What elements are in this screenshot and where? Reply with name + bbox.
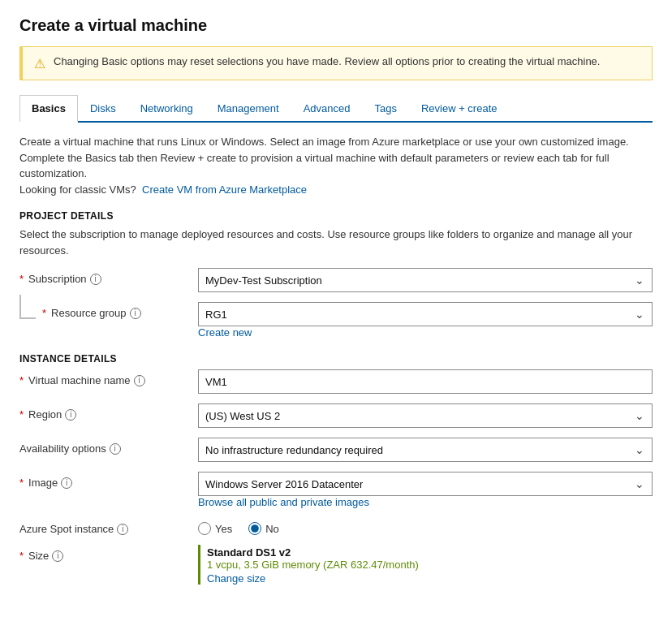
- azure-spot-no-text: No: [265, 523, 279, 535]
- availability-select[interactable]: No infrastructure redundancy required: [198, 438, 653, 462]
- region-select-wrapper: (US) West US 2: [198, 403, 653, 428]
- warning-text: Changing Basic options may reset selecti…: [54, 55, 600, 67]
- region-info-icon[interactable]: i: [65, 409, 76, 421]
- vm-name-field-area: [198, 369, 653, 394]
- azure-spot-yes-radio[interactable]: [198, 522, 211, 535]
- azure-spot-yes-text: Yes: [215, 523, 232, 535]
- size-label: * Size i: [19, 545, 198, 562]
- region-label-text: Region: [28, 408, 62, 421]
- size-name: Standard DS1 v2: [207, 546, 653, 559]
- rg-info-icon[interactable]: i: [130, 308, 141, 319]
- rg-field-area: RG1 Create new: [198, 302, 653, 339]
- size-detail: 1 vcpu, 3.5 GiB memory (ZAR 632.47/month…: [207, 559, 653, 571]
- instance-details-form: * Virtual machine name i * Region i (US)…: [19, 369, 653, 585]
- tab-tags[interactable]: Tags: [362, 95, 408, 123]
- description-line2: Complete the Basics tab then Review + cr…: [19, 152, 610, 180]
- subscription-label: * Subscription i: [19, 268, 198, 285]
- change-size-link[interactable]: Change size: [207, 572, 653, 585]
- rg-create-new-link[interactable]: Create new: [198, 326, 252, 339]
- size-info-icon[interactable]: i: [52, 550, 63, 562]
- tab-advanced[interactable]: Advanced: [291, 95, 363, 123]
- vm-name-label: * Virtual machine name i: [19, 369, 198, 386]
- tab-bar: Basics Disks Networking Management Advan…: [19, 93, 653, 123]
- tab-management[interactable]: Management: [205, 95, 291, 123]
- image-select[interactable]: Windows Server 2016 Datacenter: [198, 472, 653, 496]
- basics-description: Create a virtual machine that runs Linux…: [19, 134, 653, 197]
- image-required: *: [19, 477, 24, 489]
- region-required: *: [19, 408, 24, 421]
- rg-select[interactable]: RG1: [198, 302, 653, 326]
- image-field-area: Windows Server 2016 Datacenter Browse al…: [198, 472, 653, 508]
- image-info-icon[interactable]: i: [61, 477, 72, 489]
- vm-name-label-text: Virtual machine name: [28, 374, 131, 386]
- azure-spot-radio-group: Yes No: [198, 518, 653, 535]
- size-label-text: Size: [28, 550, 49, 562]
- availability-info-icon[interactable]: i: [110, 443, 121, 455]
- rg-required: *: [42, 307, 46, 319]
- subscription-select[interactable]: MyDev-Test Subscription: [198, 268, 653, 292]
- tab-basics[interactable]: Basics: [19, 95, 78, 123]
- image-label: * Image i: [19, 472, 198, 489]
- image-label-text: Image: [28, 477, 58, 489]
- resource-group-label-area: * Resource group i: [19, 302, 198, 319]
- azure-spot-no-radio[interactable]: [248, 522, 261, 535]
- tab-review-create[interactable]: Review + create: [409, 95, 510, 123]
- subscription-info-icon[interactable]: i: [90, 274, 101, 285]
- availability-label: Availability options i: [19, 438, 198, 455]
- subscription-label-text: Subscription: [28, 273, 87, 285]
- warning-banner: ⚠ Changing Basic options may reset selec…: [19, 46, 653, 80]
- availability-label-text: Availability options: [19, 442, 106, 455]
- classic-vms-label: Looking for classic VMs?: [19, 183, 136, 196]
- project-details-form: * Subscription i MyDev-Test Subscription…: [19, 268, 653, 339]
- rg-label-text: Resource group: [51, 307, 127, 319]
- vm-name-input[interactable]: [198, 369, 653, 394]
- size-required: *: [19, 550, 24, 562]
- instance-details-header: INSTANCE DETAILS: [19, 353, 653, 365]
- region-select[interactable]: (US) West US 2: [198, 403, 653, 428]
- azure-spot-label-text: Azure Spot instance: [19, 523, 114, 535]
- image-browse-link[interactable]: Browse all public and private images: [198, 496, 369, 508]
- description-line1: Create a virtual machine that runs Linux…: [19, 136, 629, 148]
- availability-select-wrapper: No infrastructure redundancy required: [198, 438, 653, 462]
- project-details-desc: Select the subscription to manage deploy…: [19, 227, 653, 258]
- azure-spot-yes-label[interactable]: Yes: [198, 522, 232, 535]
- azure-spot-no-label[interactable]: No: [248, 522, 279, 535]
- project-details-header: PROJECT DETAILS: [19, 210, 653, 222]
- classic-vms-link[interactable]: Create VM from Azure Marketplace: [142, 183, 307, 196]
- subscription-required: *: [19, 273, 24, 285]
- vm-name-info-icon[interactable]: i: [134, 375, 145, 386]
- tab-disks[interactable]: Disks: [78, 95, 128, 123]
- page-title: Create a virtual machine: [19, 16, 653, 35]
- image-select-wrapper: Windows Server 2016 Datacenter: [198, 472, 653, 496]
- size-block: Standard DS1 v2 1 vcpu, 3.5 GiB memory (…: [198, 545, 653, 585]
- vm-name-required: *: [19, 374, 24, 386]
- warning-icon: ⚠: [34, 56, 45, 71]
- subscription-select-wrapper: MyDev-Test Subscription: [198, 268, 653, 292]
- azure-spot-info-icon[interactable]: i: [117, 524, 128, 535]
- rg-select-wrapper: RG1: [198, 302, 653, 326]
- region-label: * Region i: [19, 403, 198, 421]
- azure-spot-label: Azure Spot instance i: [19, 518, 198, 535]
- tab-networking[interactable]: Networking: [128, 95, 205, 123]
